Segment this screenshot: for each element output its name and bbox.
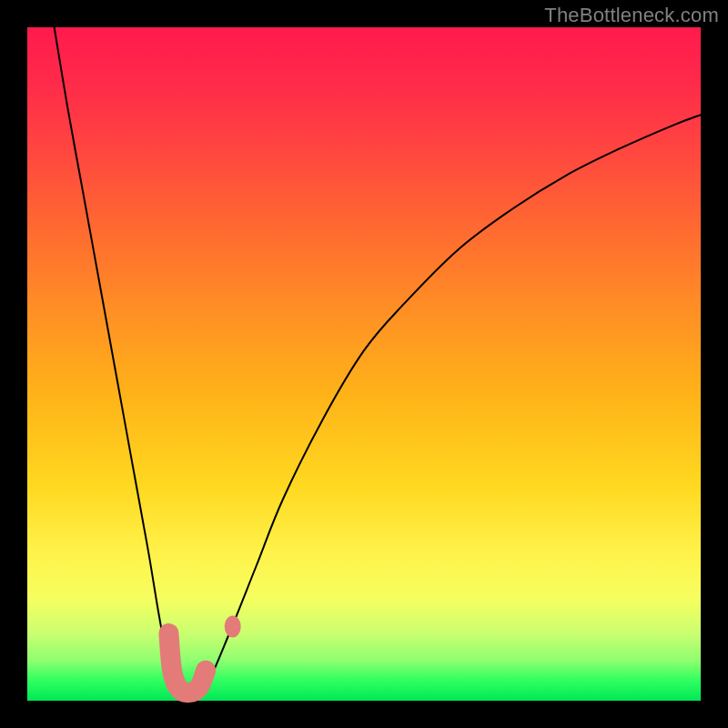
curve-right-branch bbox=[196, 115, 701, 699]
marker-right-dot bbox=[225, 616, 241, 638]
curve-left-branch bbox=[55, 27, 196, 700]
chart-plot-area bbox=[27, 27, 701, 701]
chart-frame: TheBottleneck.com bbox=[0, 0, 728, 728]
attribution-label: TheBottleneck.com bbox=[544, 4, 719, 27]
chart-svg bbox=[27, 27, 701, 701]
marker-left-hook bbox=[168, 633, 206, 693]
